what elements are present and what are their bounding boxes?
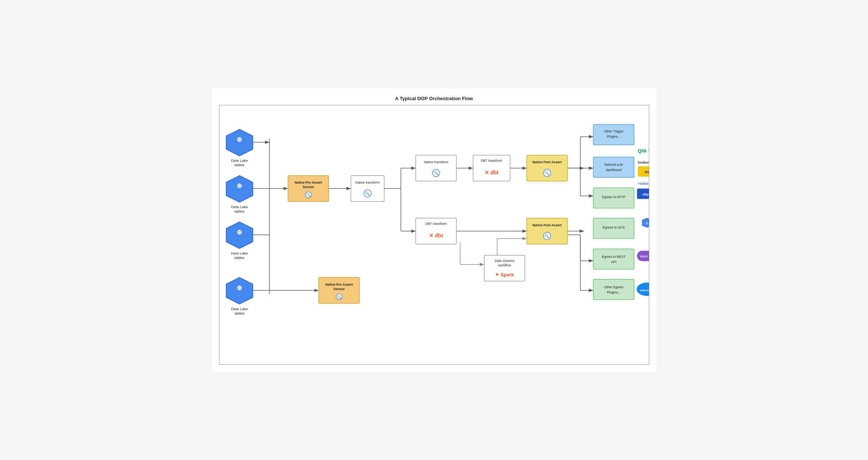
- svg-rect-59: [351, 175, 384, 201]
- diagram-svg: ⊕ Data Lake tables ⊕ Data Lake tables ⊕ …: [220, 105, 649, 364]
- svg-text:🔍: 🔍: [544, 233, 549, 238]
- salesforce-label: salesforce: [640, 288, 649, 292]
- other-egress-plugins[interactable]: Other Egress Plugins...: [593, 279, 634, 299]
- svg-text:dashboard: dashboard: [605, 168, 621, 172]
- svg-text:⊕: ⊕: [237, 182, 242, 190]
- svg-text:Egress to REST: Egress to REST: [602, 254, 626, 258]
- svg-text:API: API: [611, 260, 616, 263]
- pre-assert-sensor-2[interactable]: Native Pre Assert Sensor 🔍: [319, 277, 359, 303]
- svg-text:Sensor: Sensor: [333, 287, 345, 290]
- svg-text:Native transform: Native transform: [424, 160, 448, 164]
- svg-text:Data Lake: Data Lake: [231, 158, 248, 162]
- pre-assert-sensor-1[interactable]: Native Pre Assert Sensor 🔍: [288, 175, 329, 201]
- svg-text:Refresh a BI: Refresh a BI: [604, 163, 623, 167]
- rest-api-label: REST API: [640, 254, 648, 258]
- dbt-transform-2[interactable]: DBT transform ✕ dbt: [416, 218, 456, 244]
- svg-rect-95: [593, 249, 634, 269]
- svg-text:Egress to SFTP: Egress to SFTP: [602, 195, 625, 199]
- egress-gcs[interactable]: Egress to GCS: [593, 218, 634, 239]
- svg-text:DBT transform: DBT transform: [425, 222, 446, 226]
- svg-text:tables: tables: [234, 311, 244, 315]
- svg-text:Data Lake: Data Lake: [231, 306, 248, 310]
- diagram-border: ⊕ Data Lake tables ⊕ Data Lake tables ⊕ …: [219, 105, 649, 365]
- refresh-bi-dashboard[interactable]: Refresh a BI dashboard: [593, 157, 634, 177]
- tableau-logo: +tableau: [638, 181, 649, 185]
- other-trigger-plugins[interactable]: Other Trigger Plugins...: [593, 124, 634, 145]
- svg-text:Other Egress: Other Egress: [604, 285, 623, 289]
- sftp-label: sftp://: [642, 193, 648, 196]
- post-assert-2[interactable]: Native Post Assert 🔍: [527, 218, 567, 244]
- svg-text:Data Lake: Data Lake: [231, 205, 248, 209]
- egress-sftp[interactable]: Egress to SFTP: [593, 188, 634, 208]
- data-lake-1: ⊕ Data Lake tables: [226, 129, 253, 167]
- svg-text:🔍: 🔍: [433, 170, 438, 175]
- svg-text:🔍: 🔍: [306, 193, 311, 197]
- svg-text:tables: tables: [234, 255, 244, 259]
- data-lake-3: ⊕ Data Lake tables: [226, 222, 253, 260]
- powerbi-label: Power BI: [644, 170, 648, 174]
- dbt-transform-1[interactable]: DBT transform ✕ dbt: [473, 155, 510, 181]
- svg-rect-77: [527, 155, 567, 181]
- data-science-workflow[interactable]: Data Science workflow ✦ Spark: [484, 255, 525, 281]
- native-transform-1[interactable]: Native transform 🔍: [351, 175, 384, 201]
- post-assert-1[interactable]: Native Post Assert 🔍: [527, 155, 567, 181]
- svg-text:✕ dbt: ✕ dbt: [429, 232, 443, 238]
- svg-text:Other Trigger: Other Trigger: [604, 129, 623, 133]
- svg-text:Native Pre Assert: Native Pre Assert: [294, 181, 322, 184]
- egress-rest-api[interactable]: Egress to REST API: [593, 249, 634, 269]
- svg-text:Plugins...: Plugins...: [607, 290, 620, 294]
- native-transform-2[interactable]: Native transform 🔍: [416, 155, 456, 181]
- svg-text:Native Pre Assert: Native Pre Assert: [325, 282, 353, 286]
- svg-text:tables: tables: [234, 163, 244, 167]
- svg-text:Egress to GCS: Egress to GCS: [603, 226, 625, 229]
- svg-text:Data Science: Data Science: [494, 259, 514, 262]
- svg-text:workflow: workflow: [498, 263, 511, 267]
- svg-text:Data Lake: Data Lake: [231, 251, 248, 255]
- looker-logo: looker: [638, 160, 649, 164]
- data-lake-4: ⊕ Data Lake tables: [226, 277, 253, 315]
- page-container: A Typical DOP Orchestration Flow: [212, 88, 657, 372]
- svg-text:🔍: 🔍: [544, 170, 549, 175]
- svg-text:✕ dbt: ✕ dbt: [484, 170, 498, 175]
- svg-rect-98: [593, 279, 634, 299]
- svg-text:✦ Spark: ✦ Spark: [495, 272, 514, 277]
- svg-text:⊕: ⊕: [237, 229, 242, 236]
- svg-text:Plugins...: Plugins...: [607, 135, 620, 138]
- svg-text:⊕: ⊕: [237, 284, 242, 291]
- svg-rect-81: [527, 218, 567, 244]
- svg-rect-63: [416, 155, 456, 181]
- svg-text:Native Post Assert: Native Post Assert: [532, 160, 562, 164]
- svg-text:tables: tables: [234, 209, 244, 213]
- svg-text:🔍: 🔍: [337, 294, 341, 299]
- svg-text:DBT transform: DBT transform: [481, 159, 502, 162]
- svg-rect-88: [593, 157, 634, 177]
- data-lake-2: ⊕ Data Lake tables: [226, 175, 253, 213]
- page-title: A Typical DOP Orchestration Flow: [219, 96, 649, 101]
- svg-text:Sensor: Sensor: [303, 185, 314, 189]
- svg-text:⊕: ⊕: [237, 136, 242, 143]
- gcs-icon-text: ≡: [646, 221, 648, 225]
- svg-text:Native transform: Native transform: [355, 181, 380, 184]
- qlik-logo: Qlik 🔍: [638, 148, 649, 154]
- svg-text:Native Post Assert: Native Post Assert: [532, 223, 562, 227]
- svg-text:🔍: 🔍: [365, 191, 370, 196]
